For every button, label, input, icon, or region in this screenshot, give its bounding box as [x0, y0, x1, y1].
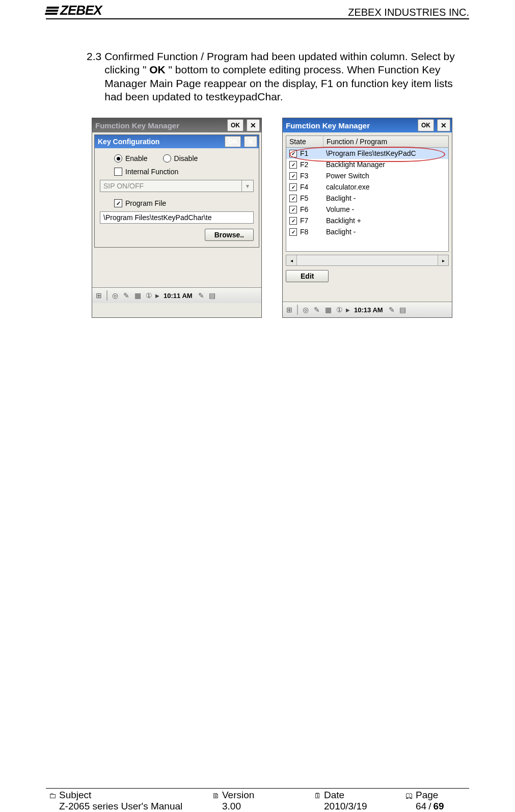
tray-icon[interactable]: ▦	[323, 306, 333, 314]
scroll-right-icon[interactable]: ▸	[438, 255, 448, 265]
edit-button[interactable]: Edit	[286, 270, 329, 282]
doc-icon: 🗎	[211, 791, 220, 800]
list-row-f5[interactable]: F5 Baclight -	[286, 193, 448, 204]
program-path-value: \Program Files\testKeyPadChar\te	[100, 213, 253, 222]
combo-value: SIP ON/OFF	[100, 182, 241, 190]
tray-icon[interactable]: ✎	[197, 291, 206, 300]
outer-title-text: Fumction Key Manager	[95, 121, 226, 130]
list-row-f1[interactable]: F1 \Program Files\testKeyPadC	[286, 148, 448, 159]
col-state-header[interactable]: State	[286, 136, 323, 147]
fkm-close-button[interactable]: ✕	[437, 119, 450, 131]
row-prog: Baclight -	[323, 194, 448, 202]
list-row-f3[interactable]: F3 Power Switch	[286, 170, 448, 181]
row-key: F1	[300, 149, 308, 157]
disable-radio[interactable]: Disable	[163, 154, 198, 163]
taskbar-time: 10:11 AM	[164, 292, 193, 300]
outer-titlebar: Fumction Key Manager OK ✕	[92, 118, 261, 132]
key-config-ok-button[interactable]: OK	[225, 136, 241, 147]
program-file-check[interactable]: Program File	[100, 197, 254, 209]
key-config-dialog: Key Configuration OK ✕ Enable	[94, 134, 259, 248]
list-row-f4[interactable]: F4 calculator.exe	[286, 181, 448, 193]
start-icon[interactable]: ⊞	[285, 306, 294, 314]
book-icon: 🕮	[404, 791, 414, 800]
program-file-label: Program File	[125, 199, 166, 207]
horizontal-scrollbar[interactable]: ◂ ▸	[286, 255, 449, 266]
screenshot-function-key-manager: Fumction Key Manager OK ✕ State Function…	[282, 118, 452, 318]
outer-close-button[interactable]: ✕	[247, 119, 260, 131]
tray-icon[interactable]: ①	[144, 291, 153, 300]
subject-value: Z-2065 series User's Manual	[59, 801, 182, 812]
radio-dot-icon	[163, 154, 171, 163]
row-key: F8	[300, 228, 308, 236]
page-current: 64	[416, 801, 426, 812]
row-prog: \Program Files\testKeyPadC	[323, 149, 448, 157]
tray-icon[interactable]: ▦	[133, 291, 142, 300]
tray-icon[interactable]: ①	[335, 306, 344, 314]
tray-arrow-icon[interactable]: ▶	[346, 307, 350, 313]
screenshots-row: Fumction Key Manager OK ✕ Key Configurat…	[92, 118, 469, 318]
chevron-down-icon: ▼	[241, 180, 253, 192]
tray-icon[interactable]: ▤	[398, 306, 408, 314]
start-icon[interactable]: ⊞	[94, 291, 103, 300]
page-label: Page	[416, 790, 438, 801]
section-paragraph: Confirmed Function / Program had been up…	[104, 50, 469, 103]
version-label: Version	[222, 790, 254, 801]
checkbox-icon	[114, 168, 122, 176]
footer-values: Z-2065 series User's Manual 3.00 2010/3/…	[46, 801, 469, 812]
list-row-f2[interactable]: F2 Backlight Manager	[286, 159, 448, 170]
checkbox-checked-icon	[289, 228, 297, 236]
col-func-header[interactable]: Function / Program	[323, 136, 448, 147]
footer-labels: 🗀Subject 🗎Version 🗓Date 🕮Page	[46, 790, 469, 801]
radio-dot-icon	[114, 154, 122, 163]
scroll-left-icon[interactable]: ◂	[286, 255, 297, 265]
checkbox-checked-icon	[289, 206, 297, 213]
key-config-close-button[interactable]: ✕	[244, 136, 257, 147]
row-key: F3	[300, 172, 308, 180]
row-key: F4	[300, 183, 308, 191]
disable-label: Disable	[174, 154, 198, 163]
outer-ok-button[interactable]: OK	[227, 119, 243, 131]
tray-icon[interactable]: ◎	[111, 291, 120, 300]
tray-icon[interactable]: ◎	[301, 306, 310, 314]
company-name: ZEBEX INDUSTRIES INC.	[348, 7, 469, 18]
tray-icon[interactable]: ✎	[312, 306, 321, 314]
list-row-f6[interactable]: F6 Volume -	[286, 204, 448, 215]
enable-radio[interactable]: Enable	[114, 154, 148, 163]
fkm-ok-button[interactable]: OK	[418, 119, 434, 131]
row-key: F5	[300, 194, 308, 202]
row-prog: Backlight +	[323, 216, 448, 225]
zebex-logo: ZEBEX	[46, 3, 102, 18]
internal-function-combo[interactable]: SIP ON/OFF ▼	[100, 180, 254, 192]
tray-icon[interactable]: ✎	[387, 306, 396, 314]
checkbox-checked-icon	[289, 161, 297, 169]
row-prog: Volume -	[323, 205, 448, 213]
folder-icon: 🗀	[48, 791, 57, 800]
browse-button[interactable]: Browse..	[205, 229, 254, 241]
date-value: 2010/3/19	[324, 801, 367, 812]
section-text: 2.3 Confirmed Function / Program had bee…	[87, 50, 469, 103]
tray-icon[interactable]: ▤	[208, 291, 217, 300]
enable-label: Enable	[125, 154, 148, 163]
page-footer: 🗀Subject 🗎Version 🗓Date 🕮Page Z-2065 ser…	[46, 788, 469, 812]
key-config-title: Key Configuration	[98, 138, 223, 146]
row-key: F2	[300, 160, 308, 169]
screenshot-key-configuration: Fumction Key Manager OK ✕ Key Configurat…	[92, 118, 262, 318]
tray-arrow-icon[interactable]: ▶	[155, 293, 159, 299]
key-config-titlebar: Key Configuration OK ✕	[95, 135, 259, 148]
program-path-input[interactable]: \Program Files\testKeyPadChar\te	[100, 211, 254, 224]
row-prog: Baclight -	[323, 228, 448, 236]
function-key-list: State Function / Program F1 \Program Fil…	[286, 136, 449, 252]
scroll-track[interactable]	[297, 255, 438, 265]
row-prog: Power Switch	[323, 172, 448, 180]
tray-icon[interactable]: ✎	[122, 291, 131, 300]
taskbar-time: 10:13 AM	[354, 306, 383, 314]
internal-function-check[interactable]: Internal Function	[100, 166, 254, 178]
fkm-title: Fumction Key Manager	[286, 121, 416, 130]
row-prog: Backlight Manager	[323, 160, 448, 169]
page-sep: /	[428, 801, 431, 812]
list-row-f8[interactable]: F8 Baclight -	[286, 226, 448, 237]
fkm-titlebar: Fumction Key Manager OK ✕	[283, 118, 452, 132]
list-row-f7[interactable]: F7 Backlight +	[286, 215, 448, 226]
taskbar-left: ⊞ ◎ ✎ ▦ ① ▶ 10:11 AM ✎ ▤	[92, 287, 261, 303]
checkbox-checked-icon	[114, 199, 122, 207]
